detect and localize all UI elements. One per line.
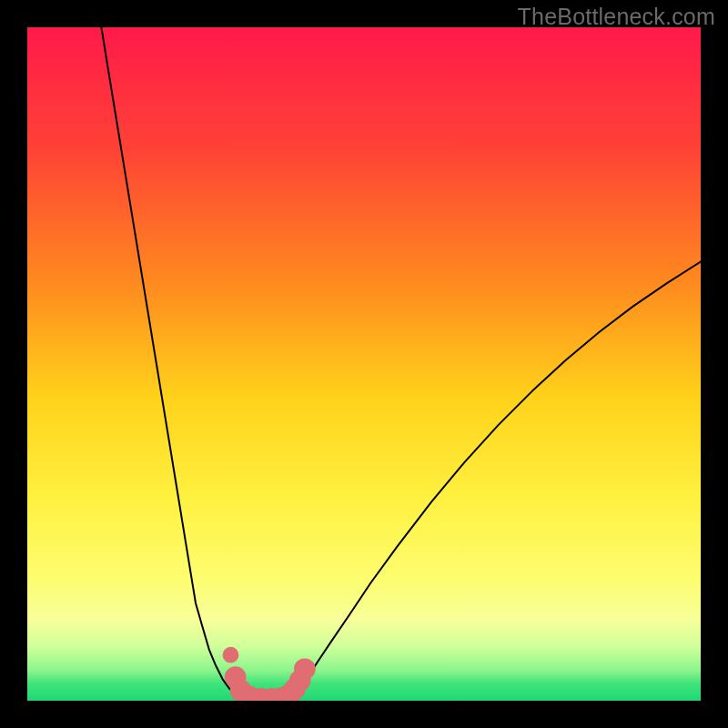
marker-dot [223, 647, 239, 663]
marker-dot [294, 658, 316, 680]
watermark-text: TheBottleneck.com [518, 4, 715, 30]
bottleneck-chart [27, 27, 701, 701]
plot-area [27, 27, 701, 701]
chart-frame: TheBottleneck.com [0, 0, 728, 728]
gradient-background [27, 27, 701, 701]
